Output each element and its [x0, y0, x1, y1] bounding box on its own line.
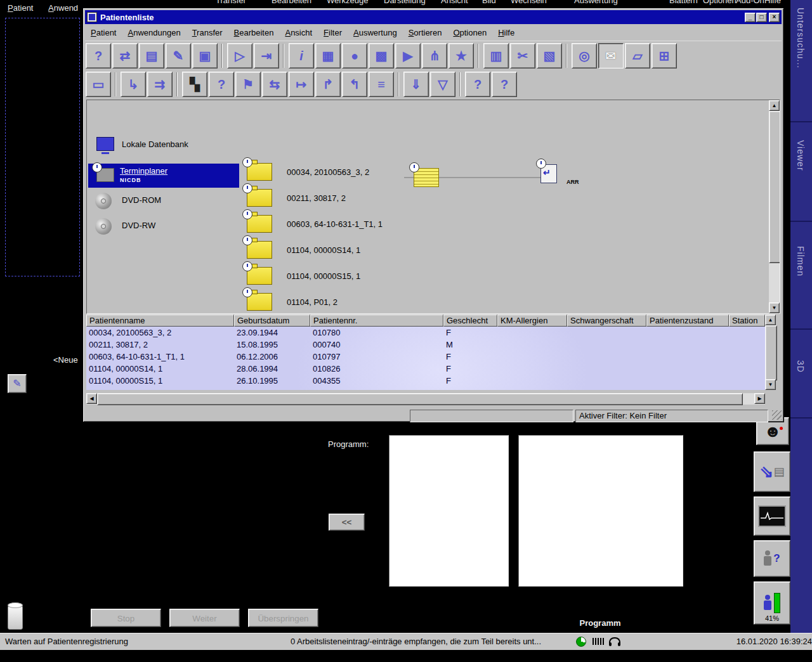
activity-pie-icon[interactable]: [576, 637, 586, 647]
bg-menu-fragment[interactable]: Transfer: [216, 0, 246, 5]
correct-button[interactable]: ▦: [315, 43, 341, 68]
protect-button[interactable]: ★: [449, 43, 474, 68]
program-list-right[interactable]: [518, 435, 683, 587]
column-km-allergien[interactable]: KM-Allergien: [497, 315, 567, 327]
rearrange-button[interactable]: ▩: [369, 43, 394, 68]
query-document-button[interactable]: ?: [465, 72, 490, 97]
menu-bearbeiten[interactable]: Bearbeiten: [228, 27, 280, 39]
mark-button[interactable]: ●: [342, 43, 367, 68]
column-patientenzustand[interactable]: Patientenzustand: [646, 315, 729, 327]
monitor-button[interactable]: [754, 496, 790, 536]
table-hscrollbar[interactable]: ◀ ▶: [86, 393, 765, 405]
tree-scrollbar[interactable]: ▲ ▼: [769, 100, 780, 313]
columns-button[interactable]: ▥: [483, 43, 509, 68]
network-button[interactable]: ◎: [572, 43, 597, 68]
column-geschlecht[interactable]: Geschlecht: [443, 315, 497, 327]
table-row[interactable]: 00034, 20100563_3, 2 23.09.1944 010780 F: [86, 327, 765, 339]
bg-menu-fragment[interactable]: Darstellung: [384, 0, 426, 5]
tab-untersuchung[interactable]: Untersuchu...: [790, 0, 812, 122]
collapse-button[interactable]: <<: [329, 514, 365, 531]
move-second-button[interactable]: ↰: [342, 72, 367, 97]
stack-button[interactable]: ≡: [369, 72, 394, 97]
scroll-up-icon[interactable]: ▲: [769, 100, 780, 111]
bg-menu-fragment[interactable]: Wechseln: [511, 0, 547, 5]
menu-filter[interactable]: Filter: [318, 27, 348, 39]
dual-list-button[interactable]: ⇉: [147, 72, 173, 97]
sort-button[interactable]: ⇓: [403, 72, 429, 97]
headphones-icon[interactable]: [609, 637, 620, 644]
scroll-down-icon[interactable]: ▼: [769, 302, 780, 313]
column-patientenname[interactable]: Patientenname: [86, 315, 234, 327]
table-row[interactable]: 00211, 30817, 2 15.08.1995 000740 M: [86, 339, 765, 351]
menu-hilfe[interactable]: Hilfe: [492, 27, 520, 39]
scroll-right-icon[interactable]: ▶: [754, 393, 765, 404]
window-button[interactable]: ▭: [86, 72, 111, 97]
tab-3d[interactable]: 3D: [790, 330, 812, 419]
bg-menu-fragment[interactable]: Add-On: [736, 0, 764, 5]
arr-step-icon[interactable]: [540, 164, 557, 183]
new-patient-label[interactable]: <Neue: [53, 355, 78, 365]
waveform-icon[interactable]: [593, 638, 604, 645]
menu-optionen[interactable]: Optionen: [447, 27, 492, 39]
query-cube-button[interactable]: ?: [209, 72, 234, 97]
emergency-registration-button[interactable]: ✎: [166, 43, 191, 68]
load-indicator-button[interactable]: 41%: [754, 581, 790, 625]
scroll-thumb[interactable]: [765, 325, 777, 380]
folder-button[interactable]: ▣: [192, 43, 218, 68]
patient-query-button[interactable]: ?: [754, 540, 790, 577]
copy-pages-button[interactable]: ⊞: [652, 43, 677, 68]
titlebar[interactable]: Patientenliste _ □ ×: [85, 10, 782, 24]
tree-button[interactable]: ⋔: [422, 43, 447, 68]
close-button[interactable]: ×: [769, 13, 780, 22]
table-row[interactable]: 00603, 64-10-631-1_T1, 1 06.12.2006 0107…: [86, 351, 765, 363]
cut-button[interactable]: ✂: [510, 43, 535, 68]
maximize-button[interactable]: □: [756, 13, 767, 22]
import-folder-button[interactable]: ▱: [625, 43, 650, 68]
table-scrollbar[interactable]: ▲ ▼: [765, 315, 776, 390]
merge-button[interactable]: ▶: [395, 43, 421, 68]
bg-menu-fragment[interactable]: Werkzeuge: [327, 0, 369, 5]
bg-menu-fragment[interactable]: Ansicht: [441, 0, 468, 5]
scroll-down-icon[interactable]: ▼: [765, 379, 776, 390]
patient-registration-button[interactable]: ⇄: [112, 43, 138, 68]
menu-transfer[interactable]: Transfer: [187, 27, 228, 39]
column-geburtsdatum[interactable]: Geburtsdatum: [234, 315, 310, 327]
bg-menu-fragment[interactable]: Auswertung: [574, 0, 618, 5]
send-button[interactable]: ▷: [227, 43, 252, 68]
tree-item-terminplaner[interactable]: Terminplaner NICDB: [88, 164, 239, 188]
table-row[interactable]: 01104, 00000S14, 1 28.06.1994 010826 F: [86, 363, 765, 375]
menu-patient[interactable]: Patient: [85, 27, 122, 39]
transfer-table-button[interactable]: ⇘ ▤: [754, 451, 790, 492]
menu-ansicht[interactable]: Ansicht: [279, 27, 318, 39]
resize-grip[interactable]: [772, 410, 782, 420]
tab-filmen[interactable]: Filmen: [790, 222, 812, 330]
filter-button[interactable]: ▽: [430, 72, 455, 97]
tab-viewer[interactable]: Viewer: [790, 122, 812, 222]
bg-menu-fragment[interactable]: Blättern: [669, 0, 698, 5]
mail-button[interactable]: ✉: [598, 43, 624, 68]
bg-menu-fragment[interactable]: Bild: [482, 0, 496, 5]
patient-search-button[interactable]: ?: [86, 43, 111, 68]
edit-button[interactable]: ✎: [8, 374, 27, 393]
minimize-button[interactable]: _: [745, 13, 756, 22]
bg-menu-fragment[interactable]: Optionen: [703, 0, 737, 5]
column-station[interactable]: Station: [729, 315, 765, 327]
scroll-left-icon[interactable]: ◀: [86, 393, 97, 404]
ueberspringen-button[interactable]: Überspringen: [248, 609, 318, 627]
film-cartridge-icon[interactable]: [8, 604, 23, 630]
weiter-button[interactable]: Weiter: [169, 609, 240, 627]
bg-menu-fragment[interactable]: Bearbeiten: [272, 0, 311, 5]
send-to-list-button[interactable]: ↳: [121, 72, 146, 97]
scheduled-notes-icon[interactable]: [414, 168, 439, 187]
menu-auswertung[interactable]: Auswertung: [348, 27, 403, 39]
table-row[interactable]: 01104, 00000S15, 1 26.10.1995 004355 F: [86, 375, 765, 387]
column-schwangerschaft[interactable]: Schwangerschaft: [567, 315, 646, 327]
column-patientennr[interactable]: Patientennr.: [310, 315, 443, 327]
menu-anwendungen[interactable]: Anwendungen: [122, 27, 186, 39]
checkerboard-button[interactable]: ▚: [182, 72, 207, 97]
program-list-left[interactable]: [389, 435, 509, 587]
scroll-up-icon[interactable]: ▲: [765, 315, 776, 325]
table-row[interactable]: 01104, P01, 2 10.04.1997 010450 M: [86, 387, 765, 390]
query-window-button[interactable]: ?: [492, 72, 517, 97]
export-button[interactable]: ⇥: [254, 43, 279, 68]
